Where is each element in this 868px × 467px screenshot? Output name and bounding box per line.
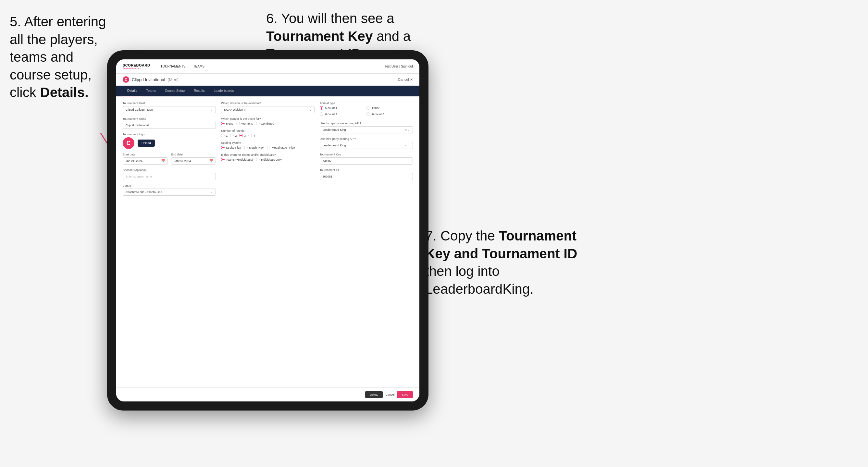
- cancel-x-button[interactable]: Cancel ✕: [398, 77, 413, 82]
- end-date-group: End date Jan 23, 2024 📅: [171, 153, 216, 164]
- tab-course-setup[interactable]: Course Setup: [160, 86, 189, 96]
- tablet-screen: SCOREBOARD Powered by clippd TOURNAMENTS…: [116, 59, 420, 401]
- page-header: C Clippd Invitational (Men) Cancel ✕: [116, 74, 420, 86]
- division-input[interactable]: NCAA Division III ⌄: [221, 106, 314, 113]
- third-party-2-group: Use third-party scoring API? Leaderboard…: [320, 137, 413, 149]
- tournament-key-label: Tournament Key: [320, 153, 413, 156]
- start-date-label: Start date: [123, 153, 168, 156]
- gender-womens[interactable]: Womens: [236, 122, 252, 125]
- venue-input[interactable]: Peachtree GC - Atlanta - GA ⌄: [123, 189, 216, 196]
- tournament-name-group: Tournament name Clippd Invitational: [123, 117, 216, 129]
- division-group: Which division is the event for? NCAA Di…: [221, 101, 314, 113]
- teams-label: Is this event for Teams and/or Individua…: [221, 153, 314, 156]
- save-button[interactable]: Save: [397, 391, 413, 398]
- tabs-bar: Details Teams Course Setup Results Leade…: [116, 86, 420, 96]
- gender-mens-dot: [221, 122, 225, 125]
- format-6count4-dot: [320, 112, 323, 116]
- third-party-2-label: Use third-party scoring API?: [320, 137, 413, 141]
- upload-button[interactable]: Upload: [137, 139, 155, 147]
- format-6count5-dot: [367, 112, 370, 116]
- venue-select-arrow: ⌄: [211, 191, 213, 194]
- rounds-2-dot: [230, 134, 234, 137]
- tournament-id-group: Tournament ID 302051: [320, 168, 413, 180]
- rounds-1-dot: [221, 134, 225, 137]
- rounds-4[interactable]: 4: [248, 134, 255, 137]
- third-party-1-group: Use third-party live scoring API? Leader…: [320, 122, 413, 133]
- form-col2: Which division is the event for? NCAA Di…: [221, 101, 314, 199]
- teams-plus-dot: [221, 158, 225, 161]
- format-label: Format type: [320, 101, 413, 105]
- host-select-arrow: ⌄: [211, 108, 213, 111]
- tournament-name-input[interactable]: Clippd Invitational: [123, 122, 216, 129]
- logo-section: C Upload: [123, 137, 216, 149]
- start-date-input[interactable]: Jan 21, 2024 📅: [123, 157, 168, 164]
- scoring-medal-dot: [267, 146, 270, 149]
- clippd-logo: C: [123, 76, 129, 83]
- calendar-icon: 📅: [161, 159, 165, 163]
- teams-group: Is this event for Teams and/or Individua…: [221, 153, 314, 161]
- form-col3: Format type 5 count 4 Other: [320, 101, 413, 199]
- format-group: Format type 5 count 4 Other: [320, 101, 413, 118]
- tab-teams[interactable]: Teams: [142, 86, 160, 96]
- scoring-group: Scoring system Stroke Play Match Play: [221, 141, 314, 149]
- individuals-only-dot: [256, 158, 260, 161]
- tab-leaderboards[interactable]: Leaderboards: [209, 86, 239, 96]
- format-6count4[interactable]: 6 count 4: [320, 112, 366, 116]
- end-date-input[interactable]: Jan 23, 2024 📅: [171, 157, 216, 164]
- format-options-grid: 5 count 4 Other 6 count 4: [320, 106, 413, 118]
- form-columns: Tournament Host Clippd College - Men ⌄ T…: [123, 101, 413, 199]
- cancel-button[interactable]: Cancel: [385, 393, 394, 396]
- tournament-name-label: Tournament name: [123, 117, 216, 120]
- gender-mens[interactable]: Mens: [221, 122, 233, 125]
- brand: SCOREBOARD Powered by clippd: [123, 63, 150, 69]
- nav-tournaments[interactable]: TOURNAMENTS: [160, 65, 185, 68]
- logo-circle: C: [123, 137, 134, 149]
- format-5count4[interactable]: 5 count 4: [320, 106, 366, 110]
- format-6count5[interactable]: 6 count 5: [367, 112, 413, 116]
- rounds-label: Number of rounds: [221, 129, 314, 132]
- sponsor-group: Sponsor (optional) Enter sponsor name: [123, 168, 216, 180]
- tournament-id-label: Tournament ID: [320, 168, 413, 172]
- annotation-bottom-right: 7. Copy the Tournament Key and Tournamen…: [425, 227, 600, 298]
- gender-womens-dot: [236, 122, 240, 125]
- gender-group: Which gender is the event for? Mens Wome…: [221, 117, 314, 125]
- scoring-radio-group: Stroke Play Match Play Medal Match Play: [221, 146, 314, 149]
- tournament-host-input[interactable]: Clippd College - Men ⌄: [123, 106, 216, 113]
- third-party-2-input[interactable]: Leaderboard King ✕ ⌄: [320, 142, 413, 149]
- gender-combined-dot: [256, 122, 260, 125]
- delete-button[interactable]: Delete: [365, 391, 383, 398]
- brand-name: SCOREBOARD: [123, 63, 150, 67]
- rounds-1[interactable]: 1: [221, 134, 227, 137]
- tournament-key-group: Tournament Key b4f6b7: [320, 153, 413, 164]
- scoring-match-play[interactable]: Match Play: [244, 146, 264, 149]
- division-label: Which division is the event for?: [221, 101, 314, 105]
- page-title-row: C Clippd Invitational (Men): [123, 76, 398, 83]
- third-party-1-input[interactable]: Leaderboard King ✕ ⌄: [320, 126, 413, 133]
- sponsor-input[interactable]: Enter sponsor name: [123, 173, 216, 180]
- teams-plus-individuals[interactable]: Teams (+Individuals): [221, 158, 253, 161]
- calendar-icon-end: 📅: [209, 159, 213, 163]
- tablet-frame: SCOREBOARD Powered by clippd TOURNAMENTS…: [107, 50, 429, 410]
- top-nav: SCOREBOARD Powered by clippd TOURNAMENTS…: [116, 59, 420, 74]
- nav-teams[interactable]: TEAMS: [193, 65, 205, 68]
- tournament-logo-group: Tournament logo C Upload: [123, 133, 216, 149]
- venue-label: Venue: [123, 184, 216, 187]
- rounds-2[interactable]: 2: [230, 134, 237, 137]
- rounds-4-dot: [248, 134, 252, 137]
- rounds-radio-group: 1 2 3 4: [221, 134, 314, 137]
- scoring-medal-match[interactable]: Medal Match Play: [267, 146, 295, 149]
- third-party-1-clear[interactable]: ✕ ⌄: [405, 128, 410, 131]
- venue-group: Venue Peachtree GC - Atlanta - GA ⌄: [123, 184, 216, 196]
- individuals-only[interactable]: Individuals Only: [256, 158, 282, 161]
- tournament-id-value: 302051: [320, 173, 413, 180]
- tab-details[interactable]: Details: [123, 86, 142, 96]
- format-other-dot: [367, 106, 370, 110]
- tab-results[interactable]: Results: [189, 86, 209, 96]
- rounds-3[interactable]: 3: [239, 134, 246, 137]
- third-party-2-clear[interactable]: ✕ ⌄: [405, 144, 410, 147]
- format-other[interactable]: Other: [367, 106, 413, 110]
- form-col1: Tournament Host Clippd College - Men ⌄ T…: [123, 101, 216, 199]
- bottom-actions: Delete Cancel Save: [116, 387, 420, 401]
- scoring-stroke-play[interactable]: Stroke Play: [221, 146, 241, 149]
- gender-combined[interactable]: Combined: [256, 122, 274, 125]
